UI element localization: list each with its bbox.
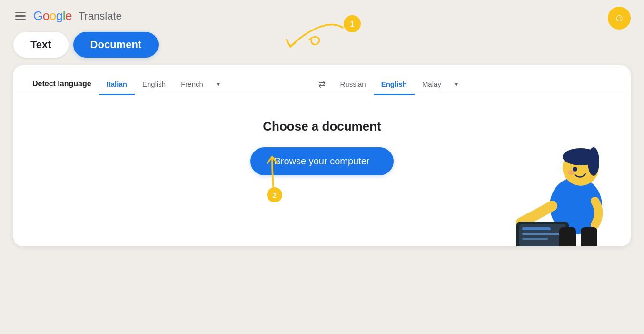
header: Google Translate 1 ☺ xyxy=(0,0,644,32)
tabs: Text Document xyxy=(0,32,644,65)
svg-rect-14 xyxy=(522,238,548,240)
lang-russian[interactable]: Russian xyxy=(333,74,374,95)
avatar[interactable]: ☺ xyxy=(608,7,631,30)
svg-rect-10 xyxy=(516,222,569,246)
google-logo[interactable]: Google xyxy=(33,9,72,23)
tab-text[interactable]: Text xyxy=(13,32,69,58)
lang-english-source[interactable]: English xyxy=(135,74,173,95)
lang-english-target[interactable]: English xyxy=(374,74,415,95)
choose-document-title: Choose a document xyxy=(263,119,381,134)
swap-languages-button[interactable]: ⇄ xyxy=(312,74,333,95)
main-card: Detect language Italian English French ▾… xyxy=(13,65,631,246)
chevron-down-icon-target: ▾ xyxy=(455,81,458,88)
lang-italian[interactable]: Italian xyxy=(99,74,135,95)
svg-rect-13 xyxy=(522,233,560,235)
svg-rect-16 xyxy=(559,227,576,246)
lang-french[interactable]: French xyxy=(173,74,211,95)
chevron-down-icon: ▾ xyxy=(217,81,220,88)
svg-rect-12 xyxy=(522,227,551,230)
source-language-bar: Detect language Italian English French ▾ xyxy=(25,74,312,95)
svg-text:2: 2 xyxy=(272,191,276,199)
target-lang-more[interactable]: ▾ xyxy=(449,75,464,94)
svg-text:1: 1 xyxy=(350,20,355,28)
tab-document[interactable]: Document xyxy=(73,32,159,58)
target-language-bar: Russian English Malay ▾ xyxy=(333,74,620,95)
svg-rect-11 xyxy=(519,224,566,246)
menu-icon[interactable] xyxy=(13,10,28,22)
svg-rect-17 xyxy=(581,227,597,246)
lang-detect[interactable]: Detect language xyxy=(25,74,99,95)
document-upload-area: Choose a document Browse your computer 2 xyxy=(13,95,631,204)
lang-malay[interactable]: Malay xyxy=(415,74,449,95)
app-title: Translate xyxy=(79,10,122,22)
avatar-emoji: ☺ xyxy=(614,12,624,24)
browse-computer-button[interactable]: Browse your computer xyxy=(250,147,393,175)
source-lang-more[interactable]: ▾ xyxy=(211,75,226,94)
svg-point-2 xyxy=(267,187,282,202)
svg-point-0 xyxy=(344,15,361,32)
language-bar: Detect language Italian English French ▾… xyxy=(13,65,631,95)
